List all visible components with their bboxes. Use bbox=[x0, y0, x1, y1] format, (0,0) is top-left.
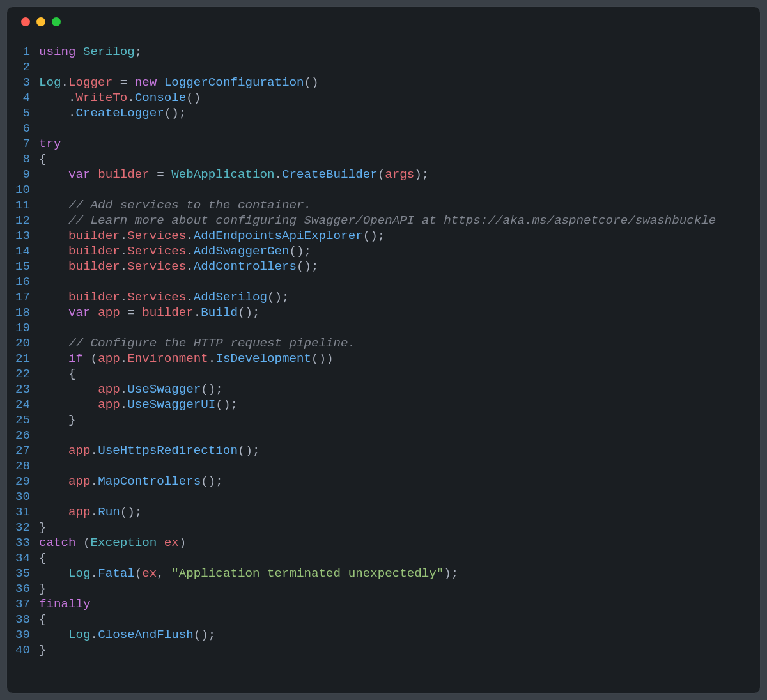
code-line: 24 app.UseSwaggerUI(); bbox=[7, 397, 760, 412]
code-line: 31 app.Run(); bbox=[7, 504, 760, 520]
code-line: 38{ bbox=[7, 612, 760, 627]
line-number: 34 bbox=[7, 550, 39, 566]
line-number: 33 bbox=[7, 535, 39, 550]
code-line: 5 .CreateLogger(); bbox=[7, 105, 760, 121]
titlebar bbox=[7, 7, 760, 36]
code-line: 13 builder.Services.AddEndpointsApiExplo… bbox=[7, 228, 760, 244]
code-line: 4 .WriteTo.Console() bbox=[7, 90, 760, 105]
line-number: 21 bbox=[7, 351, 39, 366]
code-line: 36} bbox=[7, 581, 760, 596]
code-line: 34{ bbox=[7, 550, 760, 566]
line-number: 13 bbox=[7, 228, 39, 244]
code-line: 1using Serilog; bbox=[7, 44, 760, 59]
line-number: 20 bbox=[7, 336, 39, 351]
code-line: 16 bbox=[7, 274, 760, 290]
code-line: 15 builder.Services.AddControllers(); bbox=[7, 259, 760, 274]
line-number: 23 bbox=[7, 382, 39, 397]
code-line: 40} bbox=[7, 642, 760, 658]
line-number: 4 bbox=[7, 90, 39, 105]
code-line: 14 builder.Services.AddSwaggerGen(); bbox=[7, 244, 760, 259]
zoom-icon[interactable] bbox=[52, 17, 61, 26]
line-number: 1 bbox=[7, 44, 39, 59]
code-line: 23 app.UseSwagger(); bbox=[7, 382, 760, 397]
line-number: 35 bbox=[7, 566, 39, 581]
line-number: 17 bbox=[7, 290, 39, 305]
code-line: 18 var app = builder.Build(); bbox=[7, 305, 760, 320]
editor-window: 1using Serilog; 2 3Log.Logger = new Logg… bbox=[6, 6, 761, 694]
code-line: 11 // Add services to the container. bbox=[7, 198, 760, 213]
code-line: 3Log.Logger = new LoggerConfiguration() bbox=[7, 75, 760, 90]
line-number: 12 bbox=[7, 213, 39, 228]
line-number: 11 bbox=[7, 198, 39, 213]
code-line: 10 bbox=[7, 182, 760, 198]
line-number: 5 bbox=[7, 105, 39, 121]
line-number: 38 bbox=[7, 612, 39, 627]
code-line: 29 app.MapControllers(); bbox=[7, 474, 760, 489]
close-icon[interactable] bbox=[21, 17, 30, 26]
code-line: 39 Log.CloseAndFlush(); bbox=[7, 627, 760, 642]
line-number: 18 bbox=[7, 305, 39, 320]
line-number: 30 bbox=[7, 489, 39, 504]
line-number: 3 bbox=[7, 75, 39, 90]
line-number: 24 bbox=[7, 397, 39, 412]
code-line: 37finally bbox=[7, 596, 760, 612]
line-number: 29 bbox=[7, 474, 39, 489]
line-number: 31 bbox=[7, 504, 39, 520]
code-line: 12 // Learn more about configuring Swagg… bbox=[7, 213, 760, 228]
code-line: 22 { bbox=[7, 366, 760, 382]
code-line: 33catch (Exception ex) bbox=[7, 535, 760, 550]
code-line: 8{ bbox=[7, 152, 760, 167]
code-line: 26 bbox=[7, 428, 760, 443]
line-number: 32 bbox=[7, 520, 39, 535]
line-number: 8 bbox=[7, 152, 39, 167]
line-number: 36 bbox=[7, 581, 39, 596]
code-line: 19 bbox=[7, 320, 760, 336]
code-editor[interactable]: 1using Serilog; 2 3Log.Logger = new Logg… bbox=[7, 36, 760, 671]
line-number: 6 bbox=[7, 121, 39, 136]
line-number: 7 bbox=[7, 136, 39, 152]
code-line: 35 Log.Fatal(ex, "Application terminated… bbox=[7, 566, 760, 581]
line-number: 9 bbox=[7, 167, 39, 182]
line-number: 25 bbox=[7, 412, 39, 428]
line-number: 22 bbox=[7, 366, 39, 382]
line-number: 10 bbox=[7, 182, 39, 198]
code-line: 32} bbox=[7, 520, 760, 535]
code-line: 7try bbox=[7, 136, 760, 152]
line-number: 27 bbox=[7, 443, 39, 458]
code-line: 27 app.UseHttpsRedirection(); bbox=[7, 443, 760, 458]
line-number: 15 bbox=[7, 259, 39, 274]
code-line: 17 builder.Services.AddSerilog(); bbox=[7, 290, 760, 305]
code-line: 25 } bbox=[7, 412, 760, 428]
code-line: 2 bbox=[7, 59, 760, 75]
line-number: 28 bbox=[7, 458, 39, 474]
line-number: 39 bbox=[7, 627, 39, 642]
line-number: 2 bbox=[7, 59, 39, 75]
line-number: 16 bbox=[7, 274, 39, 290]
line-number: 37 bbox=[7, 596, 39, 612]
minimize-icon[interactable] bbox=[36, 17, 45, 26]
line-number: 26 bbox=[7, 428, 39, 443]
code-line: 6 bbox=[7, 121, 760, 136]
code-line: 20 // Configure the HTTP request pipelin… bbox=[7, 336, 760, 351]
line-number: 14 bbox=[7, 244, 39, 259]
line-number: 40 bbox=[7, 642, 39, 658]
code-line: 9 var builder = WebApplication.CreateBui… bbox=[7, 167, 760, 182]
line-number: 19 bbox=[7, 320, 39, 336]
code-line: 21 if (app.Environment.IsDevelopment()) bbox=[7, 351, 760, 366]
code-line: 28 bbox=[7, 458, 760, 474]
code-line: 30 bbox=[7, 489, 760, 504]
